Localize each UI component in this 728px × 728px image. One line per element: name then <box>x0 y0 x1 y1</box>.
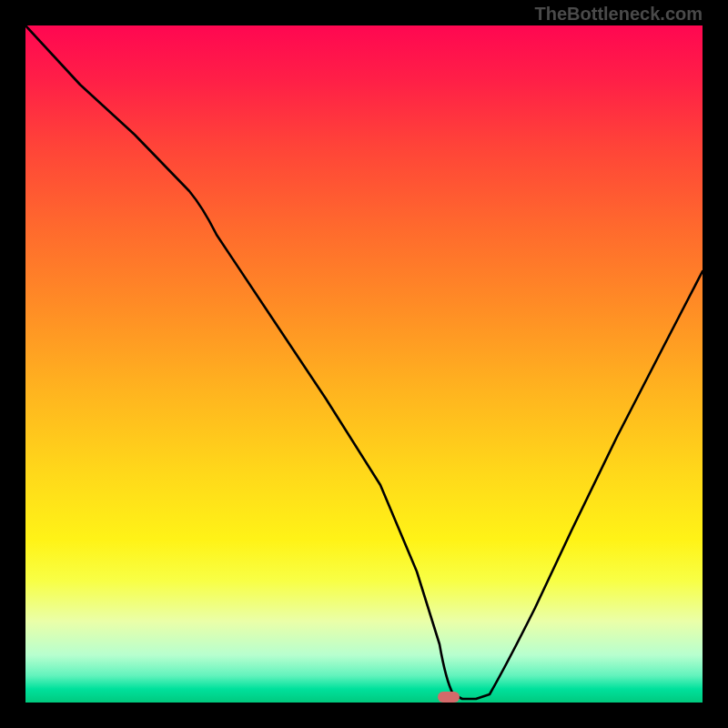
optimal-point-marker <box>438 692 460 703</box>
attribution-text: TheBottleneck.com <box>535 4 703 25</box>
plot-area <box>25 25 703 703</box>
bottleneck-curve <box>25 25 703 699</box>
chart-container: TheBottleneck.com <box>0 0 728 728</box>
curve-layer <box>25 25 703 703</box>
